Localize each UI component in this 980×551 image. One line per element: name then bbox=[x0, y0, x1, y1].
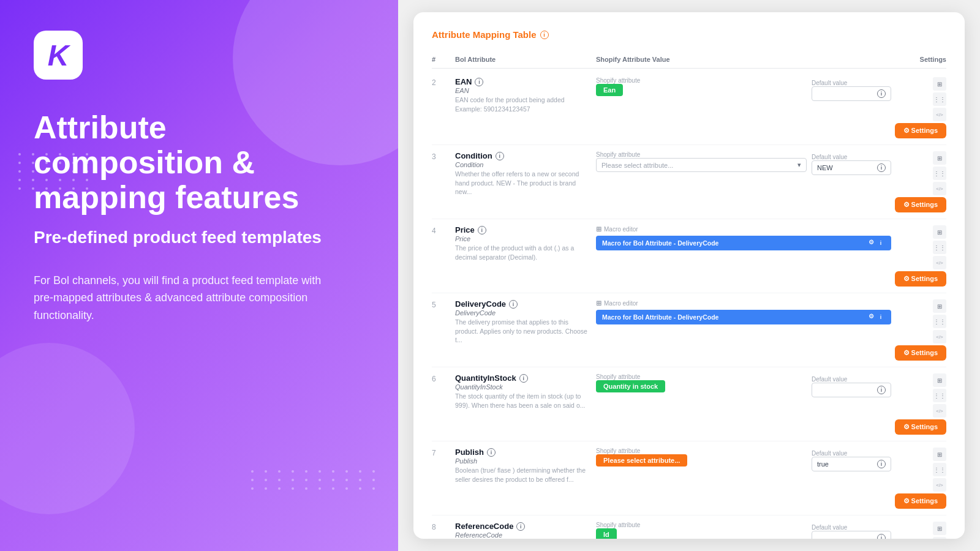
drag-icon-btn[interactable]: ⋮⋮ bbox=[933, 389, 946, 402]
attr-info-icon[interactable]: i bbox=[487, 448, 496, 457]
col-bol-attr: Bol Attribute bbox=[455, 56, 590, 63]
settings-col-publish: ⊞ ⋮⋮ </> ⚙ Settings bbox=[897, 448, 946, 509]
col-num: # bbox=[432, 56, 449, 63]
drag-icon-btn[interactable]: ⋮⋮ bbox=[933, 92, 946, 106]
grid-icon-btn[interactable]: ⊞ bbox=[933, 522, 946, 535]
table-row: 2 EAN i EAN EAN code for the product bei… bbox=[432, 71, 946, 145]
default-input[interactable]: i bbox=[812, 86, 891, 101]
bol-attr-ean: EAN i EAN EAN code for the product being… bbox=[455, 77, 590, 113]
settings-col-condition: ⊞ ⋮⋮ </> ⚙ Settings bbox=[897, 151, 946, 212]
attr-info-icon[interactable]: i bbox=[496, 152, 504, 160]
code-icon-btn[interactable]: </> bbox=[933, 182, 946, 195]
default-info-icon[interactable]: i bbox=[877, 386, 886, 394]
settings-button[interactable]: ⚙ Settings bbox=[895, 123, 946, 138]
table-info-icon[interactable]: i bbox=[540, 31, 549, 39]
settings-col-delivery: ⊞ ⋮⋮ </> ⚙ Settings bbox=[897, 299, 946, 361]
shopify-value-badge: Ean bbox=[596, 84, 623, 96]
attr-info-icon[interactable]: i bbox=[516, 522, 525, 531]
table-card: Attribute Mapping Table i # Bol Attribut… bbox=[413, 12, 965, 539]
grid-icon-btn[interactable]: ⊞ bbox=[933, 77, 946, 91]
bol-attr-delivery: DeliveryCode i DeliveryCode The delivery… bbox=[455, 299, 590, 345]
shopify-value-badge: Quantity in stock bbox=[596, 380, 665, 392]
default-input[interactable]: i bbox=[812, 531, 891, 539]
table-title: Attribute Mapping Table i bbox=[432, 29, 946, 40]
settings-col-ean: ⊞ ⋮⋮ </> ⚙ Settings bbox=[897, 77, 946, 138]
default-info-icon[interactable]: i bbox=[877, 460, 886, 468]
logo: K bbox=[34, 31, 83, 80]
drag-icon-btn[interactable]: ⋮⋮ bbox=[933, 241, 946, 254]
shopify-input-price: ⊞ Macro editor Macro for Bol Attribute -… bbox=[596, 225, 891, 250]
bol-attr-price: Price i Price The price of the product w… bbox=[455, 225, 590, 261]
table-row: 7 Publish i Publish Boolean (true/ flase… bbox=[432, 441, 946, 515]
table-row: 6 QuantityInStock i QuantityInStock The … bbox=[432, 367, 946, 441]
shopify-value-badge: Please select attribute... bbox=[596, 454, 687, 467]
grid-icon-btn[interactable]: ⊞ bbox=[933, 299, 946, 313]
table-row: 5 DeliveryCode i DeliveryCode The delive… bbox=[432, 293, 946, 367]
macro-editor-price[interactable]: Macro for Bol Attribute - DeliveryCode ⚙… bbox=[596, 236, 891, 250]
shopify-input-delivery: ⊞ Macro editor Macro for Bol Attribute -… bbox=[596, 299, 891, 324]
code-icon-btn[interactable]: </> bbox=[933, 330, 946, 343]
shopify-input-qty: Shopify attribute Quantity in stock Defa… bbox=[596, 373, 891, 397]
code-icon-btn[interactable]: </> bbox=[933, 108, 946, 121]
settings-button[interactable]: ⚙ Settings bbox=[895, 419, 946, 435]
default-info-icon[interactable]: i bbox=[877, 163, 886, 172]
drag-icon-btn[interactable]: ⋮⋮ bbox=[933, 537, 946, 539]
shopify-input-ean: Shopify attribute Ean Default value i bbox=[596, 77, 891, 101]
description: For Bol channels, you will find a produc… bbox=[34, 272, 328, 324]
bol-attr-refcode: ReferenceCode i ReferenceCode A value th… bbox=[455, 522, 590, 539]
default-input[interactable]: i bbox=[812, 383, 891, 397]
code-icon-btn[interactable]: </> bbox=[933, 478, 946, 492]
shopify-value-badge: Id bbox=[596, 528, 617, 539]
logo-letter: K bbox=[48, 39, 69, 72]
attr-info-icon[interactable]: i bbox=[478, 226, 486, 234]
default-info-icon[interactable]: i bbox=[877, 534, 886, 539]
default-input[interactable]: NEW i bbox=[812, 160, 891, 175]
settings-col-price: ⊞ ⋮⋮ </> ⚙ Settings bbox=[897, 225, 946, 287]
settings-button[interactable]: ⚙ Settings bbox=[895, 197, 946, 212]
code-icon-btn[interactable]: </> bbox=[933, 404, 946, 418]
bol-attr-condition: Condition i Condition Whether the offer … bbox=[455, 151, 590, 197]
decorative-dots-bottom bbox=[251, 470, 380, 490]
default-input[interactable]: true i bbox=[812, 457, 891, 471]
sub-heading: Pre-defined product feed templates bbox=[34, 228, 364, 247]
table-row: 3 Condition i Condition Whether the offe… bbox=[432, 145, 946, 219]
col-settings: Settings bbox=[897, 56, 946, 63]
macro-editor-delivery[interactable]: Macro for Bol Attribute - DeliveryCode ⚙… bbox=[596, 310, 891, 324]
settings-button[interactable]: ⚙ Settings bbox=[895, 345, 946, 361]
drag-icon-btn[interactable]: ⋮⋮ bbox=[933, 463, 946, 476]
macro-info-icon[interactable]: i bbox=[876, 313, 885, 321]
settings-button[interactable]: ⚙ Settings bbox=[895, 493, 946, 509]
macro-info-icon[interactable]: i bbox=[876, 239, 885, 247]
grid-icon-btn[interactable]: ⊞ bbox=[933, 448, 946, 461]
main-heading: Attribute composition & mapping features bbox=[34, 110, 364, 216]
shopify-select[interactable]: Please select attribute... ▾ bbox=[596, 158, 807, 172]
settings-button[interactable]: ⚙ Settings bbox=[895, 271, 946, 287]
settings-col-qty: ⊞ ⋮⋮ </> ⚙ Settings bbox=[897, 373, 946, 435]
drag-icon-btn[interactable]: ⋮⋮ bbox=[933, 167, 946, 180]
col-shopify-value: Shopify Attribute Value bbox=[596, 56, 891, 63]
table-row: 4 Price i Price The price of the product… bbox=[432, 219, 946, 293]
drag-icon-btn[interactable]: ⋮⋮ bbox=[933, 315, 946, 328]
settings-col-refcode: ⊞ ⋮⋮ </> ⚙ Settings bbox=[897, 522, 946, 539]
code-icon-btn[interactable]: </> bbox=[933, 256, 946, 269]
grid-icon-btn[interactable]: ⊞ bbox=[933, 151, 946, 165]
attr-info-icon[interactable]: i bbox=[475, 78, 483, 86]
bol-attr-qty: QuantityInStock i QuantityInStock The st… bbox=[455, 373, 590, 410]
attr-info-icon[interactable]: i bbox=[509, 300, 518, 309]
shopify-input-publish: Shopify attribute Please select attribut… bbox=[596, 448, 891, 471]
table-row: 8 ReferenceCode i ReferenceCode A value … bbox=[432, 515, 946, 539]
default-info-icon[interactable]: i bbox=[877, 89, 886, 98]
attr-info-icon[interactable]: i bbox=[519, 374, 528, 383]
grid-icon-btn[interactable]: ⊞ bbox=[933, 225, 946, 239]
bol-attr-publish: Publish i Publish Boolean (true/ flase )… bbox=[455, 448, 590, 484]
shopify-input-condition: Shopify attribute Please select attribut… bbox=[596, 151, 891, 175]
shopify-input-refcode: Shopify attribute Id Default value i bbox=[596, 522, 891, 539]
left-panel: K Attribute composition & mapping featur… bbox=[0, 0, 398, 551]
table-header: # Bol Attribute Shopify Attribute Value … bbox=[432, 51, 946, 69]
right-panel: Attribute Mapping Table i # Bol Attribut… bbox=[398, 0, 980, 551]
grid-icon-btn[interactable]: ⊞ bbox=[933, 373, 946, 387]
